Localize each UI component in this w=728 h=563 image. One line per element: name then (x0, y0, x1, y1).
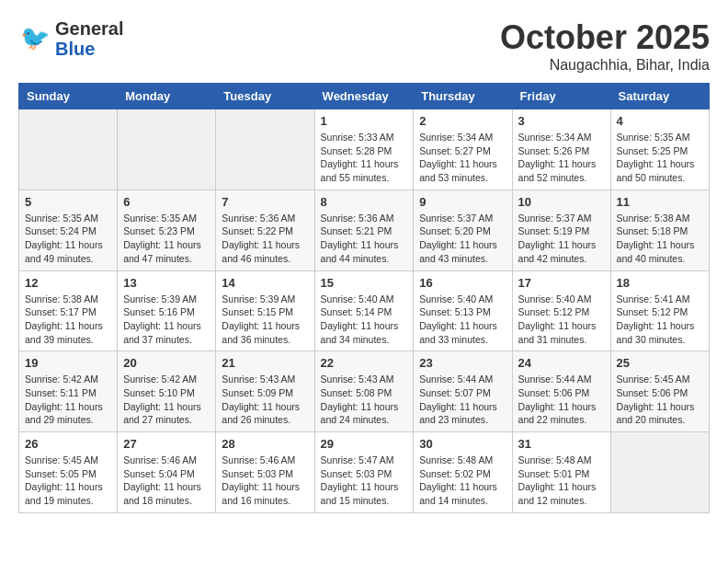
calendar-cell: 23Sunrise: 5:44 AM Sunset: 5:07 PM Dayli… (414, 351, 512, 432)
calendar-cell: 15Sunrise: 5:40 AM Sunset: 5:14 PM Dayli… (314, 270, 414, 351)
day-info: Sunrise: 5:47 AM Sunset: 5:03 PM Dayligh… (321, 454, 408, 508)
weekday-header-wednesday: Wednesday (314, 84, 414, 109)
day-number: 3 (518, 114, 605, 128)
day-info: Sunrise: 5:33 AM Sunset: 5:28 PM Dayligh… (321, 131, 408, 185)
calendar-cell: 29Sunrise: 5:47 AM Sunset: 5:03 PM Dayli… (314, 432, 414, 513)
calendar-cell: 26Sunrise: 5:45 AM Sunset: 5:05 PM Dayli… (19, 432, 118, 513)
day-number: 5 (25, 195, 111, 209)
day-number: 16 (419, 276, 506, 290)
day-number: 21 (222, 356, 308, 370)
day-number: 31 (518, 437, 605, 451)
calendar-cell: 10Sunrise: 5:37 AM Sunset: 5:19 PM Dayli… (512, 190, 610, 270)
day-info: Sunrise: 5:45 AM Sunset: 5:06 PM Dayligh… (617, 373, 703, 427)
day-info: Sunrise: 5:46 AM Sunset: 5:03 PM Dayligh… (222, 454, 308, 508)
calendar-cell: 25Sunrise: 5:45 AM Sunset: 5:06 PM Dayli… (610, 351, 709, 432)
day-info: Sunrise: 5:37 AM Sunset: 5:19 PM Dayligh… (518, 212, 605, 266)
calendar-cell: 14Sunrise: 5:39 AM Sunset: 5:15 PM Dayli… (216, 270, 314, 351)
day-info: Sunrise: 5:35 AM Sunset: 5:25 PM Dayligh… (617, 131, 703, 185)
day-number: 12 (25, 276, 111, 290)
calendar-cell: 27Sunrise: 5:46 AM Sunset: 5:04 PM Dayli… (118, 432, 216, 513)
logo-general: General (55, 18, 123, 39)
svg-text:🐦: 🐦 (20, 23, 51, 52)
calendar-cell: 8Sunrise: 5:36 AM Sunset: 5:21 PM Daylig… (314, 190, 414, 270)
day-number: 4 (617, 114, 703, 128)
week-row-2: 5Sunrise: 5:35 AM Sunset: 5:24 PM Daylig… (19, 190, 710, 270)
day-number: 28 (222, 437, 308, 451)
day-info: Sunrise: 5:38 AM Sunset: 5:18 PM Dayligh… (617, 212, 703, 266)
weekday-header-friday: Friday (512, 84, 610, 109)
day-info: Sunrise: 5:42 AM Sunset: 5:10 PM Dayligh… (123, 373, 210, 427)
day-info: Sunrise: 5:36 AM Sunset: 5:22 PM Dayligh… (222, 212, 308, 266)
calendar-cell: 30Sunrise: 5:48 AM Sunset: 5:02 PM Dayli… (414, 432, 512, 513)
weekday-header-thursday: Thursday (414, 84, 512, 109)
calendar-cell: 7Sunrise: 5:36 AM Sunset: 5:22 PM Daylig… (216, 190, 314, 270)
logo: 🐦 General Blue (18, 18, 123, 59)
day-number: 23 (419, 356, 506, 370)
day-info: Sunrise: 5:34 AM Sunset: 5:26 PM Dayligh… (518, 131, 605, 185)
day-info: Sunrise: 5:39 AM Sunset: 5:16 PM Dayligh… (123, 293, 210, 347)
week-row-4: 19Sunrise: 5:42 AM Sunset: 5:11 PM Dayli… (19, 351, 710, 432)
day-number: 2 (419, 114, 506, 128)
calendar-cell: 4Sunrise: 5:35 AM Sunset: 5:25 PM Daylig… (610, 109, 709, 190)
day-number: 10 (518, 195, 605, 209)
day-number: 6 (123, 195, 210, 209)
location: Naugachhia, Bihar, India (500, 57, 710, 74)
day-number: 8 (321, 195, 408, 209)
day-info: Sunrise: 5:48 AM Sunset: 5:02 PM Dayligh… (419, 454, 506, 508)
week-row-5: 26Sunrise: 5:45 AM Sunset: 5:05 PM Dayli… (19, 432, 710, 513)
day-info: Sunrise: 5:38 AM Sunset: 5:17 PM Dayligh… (25, 293, 111, 347)
month-title: October 2025 (500, 18, 710, 57)
weekday-header-row: SundayMondayTuesdayWednesdayThursdayFrid… (19, 84, 710, 109)
day-number: 14 (222, 276, 308, 290)
day-number: 7 (222, 195, 308, 209)
day-number: 19 (25, 356, 111, 370)
day-number: 27 (123, 437, 210, 451)
title-block: October 2025 Naugachhia, Bihar, India (500, 18, 710, 74)
day-info: Sunrise: 5:40 AM Sunset: 5:12 PM Dayligh… (518, 293, 605, 347)
day-info: Sunrise: 5:43 AM Sunset: 5:09 PM Dayligh… (222, 373, 308, 427)
calendar-cell: 22Sunrise: 5:43 AM Sunset: 5:08 PM Dayli… (314, 351, 414, 432)
calendar-cell (118, 109, 216, 190)
day-info: Sunrise: 5:41 AM Sunset: 5:12 PM Dayligh… (617, 293, 703, 347)
calendar-cell: 16Sunrise: 5:40 AM Sunset: 5:13 PM Dayli… (414, 270, 512, 351)
day-number: 9 (419, 195, 506, 209)
calendar-cell: 11Sunrise: 5:38 AM Sunset: 5:18 PM Dayli… (610, 190, 709, 270)
calendar-cell (216, 109, 314, 190)
calendar-cell: 6Sunrise: 5:35 AM Sunset: 5:23 PM Daylig… (118, 190, 216, 270)
day-number: 1 (321, 114, 408, 128)
logo-icon: 🐦 (18, 22, 51, 55)
day-number: 22 (321, 356, 408, 370)
calendar-cell: 20Sunrise: 5:42 AM Sunset: 5:10 PM Dayli… (118, 351, 216, 432)
weekday-header-monday: Monday (118, 84, 216, 109)
day-info: Sunrise: 5:45 AM Sunset: 5:05 PM Dayligh… (25, 454, 111, 508)
calendar-cell: 24Sunrise: 5:44 AM Sunset: 5:06 PM Dayli… (512, 351, 610, 432)
calendar-cell: 31Sunrise: 5:48 AM Sunset: 5:01 PM Dayli… (512, 432, 610, 513)
day-number: 11 (617, 195, 703, 209)
weekday-header-sunday: Sunday (19, 84, 118, 109)
calendar-table: SundayMondayTuesdayWednesdayThursdayFrid… (18, 83, 710, 513)
day-info: Sunrise: 5:35 AM Sunset: 5:24 PM Dayligh… (25, 212, 111, 266)
day-number: 13 (123, 276, 210, 290)
logo-text-block: General Blue (55, 18, 123, 59)
day-info: Sunrise: 5:46 AM Sunset: 5:04 PM Dayligh… (123, 454, 210, 508)
logo-blue: Blue (55, 39, 95, 59)
calendar-cell: 9Sunrise: 5:37 AM Sunset: 5:20 PM Daylig… (414, 190, 512, 270)
day-info: Sunrise: 5:48 AM Sunset: 5:01 PM Dayligh… (518, 454, 605, 508)
day-number: 30 (419, 437, 506, 451)
calendar-cell (19, 109, 118, 190)
day-number: 15 (321, 276, 408, 290)
calendar-cell: 2Sunrise: 5:34 AM Sunset: 5:27 PM Daylig… (414, 109, 512, 190)
day-info: Sunrise: 5:35 AM Sunset: 5:23 PM Dayligh… (123, 212, 210, 266)
day-number: 17 (518, 276, 605, 290)
day-number: 29 (321, 437, 408, 451)
day-info: Sunrise: 5:43 AM Sunset: 5:08 PM Dayligh… (321, 373, 408, 427)
day-info: Sunrise: 5:37 AM Sunset: 5:20 PM Dayligh… (419, 212, 506, 266)
day-number: 26 (25, 437, 111, 451)
day-info: Sunrise: 5:36 AM Sunset: 5:21 PM Dayligh… (321, 212, 408, 266)
calendar-cell: 21Sunrise: 5:43 AM Sunset: 5:09 PM Dayli… (216, 351, 314, 432)
day-info: Sunrise: 5:34 AM Sunset: 5:27 PM Dayligh… (419, 131, 506, 185)
calendar-cell: 13Sunrise: 5:39 AM Sunset: 5:16 PM Dayli… (118, 270, 216, 351)
calendar-cell: 3Sunrise: 5:34 AM Sunset: 5:26 PM Daylig… (512, 109, 610, 190)
weekday-header-saturday: Saturday (610, 84, 709, 109)
day-info: Sunrise: 5:40 AM Sunset: 5:14 PM Dayligh… (321, 293, 408, 347)
